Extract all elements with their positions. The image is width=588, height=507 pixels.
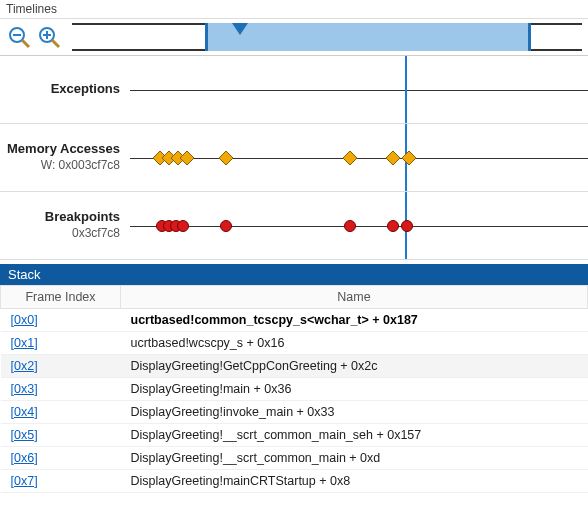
timeline-label-sub: W: 0x003cf7c8 — [0, 158, 120, 174]
timeline-axis — [130, 226, 588, 227]
stack-frame-index: [0x7] — [1, 470, 121, 493]
timelines-title: Timelines — [0, 0, 588, 19]
svg-point-18 — [177, 220, 188, 231]
timeline-label-title: Memory Accesses — [0, 141, 120, 158]
zoom-in-icon — [37, 25, 61, 49]
memory-access-event[interactable] — [402, 151, 416, 165]
svg-marker-13 — [386, 151, 400, 165]
stack-row[interactable]: [0x1]ucrtbased!wcscpy_s + 0x16 — [1, 332, 588, 355]
breakpoint-event[interactable] — [401, 219, 414, 232]
svg-point-22 — [402, 220, 413, 231]
stack-frame-index: [0x3] — [1, 378, 121, 401]
timeline-label: Breakpoints0x3cf7c8 — [0, 209, 130, 241]
timeline-row: Exceptions — [0, 56, 588, 124]
svg-marker-11 — [219, 151, 233, 165]
stack-frame-index: [0x4] — [1, 401, 121, 424]
stack-frame-link[interactable]: [0x3] — [11, 382, 38, 396]
stack-row[interactable]: [0x0]ucrtbased!common_tcscpy_s<wchar_t> … — [1, 309, 588, 332]
stack-frame-link[interactable]: [0x5] — [11, 428, 38, 442]
timeline-label-title: Breakpoints — [0, 209, 120, 226]
stack-row[interactable]: [0x2]DisplayGreeting!GetCppConGreeting +… — [1, 355, 588, 378]
stack-col-name[interactable]: Name — [121, 286, 588, 309]
stack-frame-link[interactable]: [0x0] — [11, 313, 38, 327]
stack-row[interactable]: [0x6]DisplayGreeting!__scrt_common_main … — [1, 447, 588, 470]
timeline-row: Memory AccessesW: 0x003cf7c8 — [0, 124, 588, 192]
zoom-out-button[interactable] — [6, 24, 32, 50]
svg-line-1 — [22, 40, 29, 47]
stack-frame-link[interactable]: [0x7] — [11, 474, 38, 488]
stack-row[interactable]: [0x3]DisplayGreeting!main + 0x36 — [1, 378, 588, 401]
timeline-label: Memory AccessesW: 0x003cf7c8 — [0, 141, 130, 173]
stack-frame-name: ucrtbased!wcscpy_s + 0x16 — [121, 332, 588, 355]
breakpoint-event[interactable] — [220, 219, 233, 232]
timeline-rows: ExceptionsMemory AccessesW: 0x003cf7c8Br… — [0, 56, 588, 260]
memory-access-event[interactable] — [180, 151, 194, 165]
stack-frame-name: DisplayGreeting!main + 0x36 — [121, 378, 588, 401]
svg-line-4 — [52, 40, 59, 47]
svg-point-19 — [221, 220, 232, 231]
stack-frame-name: ucrtbased!common_tcscpy_s<wchar_t> + 0x1… — [121, 309, 588, 332]
svg-marker-10 — [180, 151, 194, 165]
memory-access-event[interactable] — [343, 151, 357, 165]
svg-point-20 — [344, 220, 355, 231]
memory-access-event[interactable] — [386, 151, 400, 165]
stack-frame-index: [0x0] — [1, 309, 121, 332]
stack-table: Frame Index Name [0x0]ucrtbased!common_t… — [0, 285, 588, 493]
timeline-row: Breakpoints0x3cf7c8 — [0, 192, 588, 260]
stack-col-frame[interactable]: Frame Index — [1, 286, 121, 309]
stack-frame-name: DisplayGreeting!GetCppConGreeting + 0x2c — [121, 355, 588, 378]
stack-frame-name: DisplayGreeting!__scrt_common_main_seh +… — [121, 424, 588, 447]
timeline-label-title: Exceptions — [0, 81, 120, 98]
timeline-track[interactable] — [130, 124, 588, 191]
stack-frame-link[interactable]: [0x4] — [11, 405, 38, 419]
stack-frame-link[interactable]: [0x1] — [11, 336, 38, 350]
overview-range[interactable] — [205, 23, 531, 51]
breakpoint-event[interactable] — [343, 219, 356, 232]
timeline-label: Exceptions — [0, 81, 130, 98]
stack-row[interactable]: [0x4]DisplayGreeting!invoke_main + 0x33 — [1, 401, 588, 424]
svg-point-21 — [388, 220, 399, 231]
zoom-in-button[interactable] — [36, 24, 62, 50]
memory-access-event[interactable] — [219, 151, 233, 165]
timeline-label-sub: 0x3cf7c8 — [0, 226, 120, 242]
stack-frame-name: DisplayGreeting!__scrt_common_main + 0xd — [121, 447, 588, 470]
stack-frame-index: [0x2] — [1, 355, 121, 378]
timeline-axis — [130, 90, 588, 91]
overview-cursor-marker[interactable] — [232, 23, 248, 35]
stack-frame-index: [0x1] — [1, 332, 121, 355]
stack-title: Stack — [0, 264, 588, 285]
timeline-axis — [130, 158, 588, 159]
stack-frame-index: [0x5] — [1, 424, 121, 447]
stack-frame-link[interactable]: [0x2] — [11, 359, 38, 373]
stack-frame-name: DisplayGreeting!invoke_main + 0x33 — [121, 401, 588, 424]
timeline-track[interactable] — [130, 192, 588, 259]
breakpoint-event[interactable] — [387, 219, 400, 232]
stack-row[interactable]: [0x7]DisplayGreeting!mainCRTStartup + 0x… — [1, 470, 588, 493]
timeline-overview[interactable] — [72, 23, 582, 51]
timeline-track[interactable] — [130, 56, 588, 123]
stack-row[interactable]: [0x5]DisplayGreeting!__scrt_common_main_… — [1, 424, 588, 447]
zoom-out-icon — [7, 25, 31, 49]
timeline-cursor[interactable] — [405, 56, 407, 123]
stack-frame-link[interactable]: [0x6] — [11, 451, 38, 465]
svg-marker-12 — [343, 151, 357, 165]
stack-frame-index: [0x6] — [1, 447, 121, 470]
breakpoint-event[interactable] — [176, 219, 189, 232]
stack-frame-name: DisplayGreeting!mainCRTStartup + 0x8 — [121, 470, 588, 493]
timelines-toolbar — [0, 19, 588, 56]
svg-marker-14 — [402, 151, 416, 165]
